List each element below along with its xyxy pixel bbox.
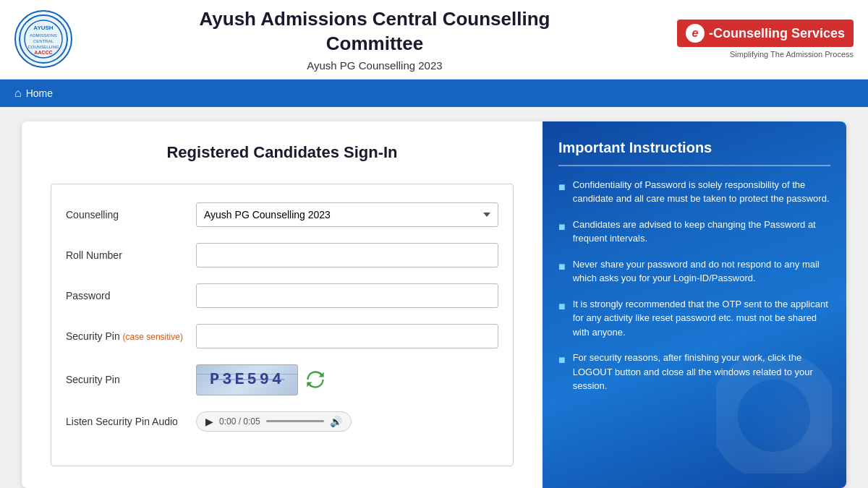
password-input[interactable]	[196, 283, 498, 308]
home-link[interactable]: ⌂ Home	[14, 87, 53, 100]
page-header: AYUSH ADMISSIONS CENTRAL COUNSELLING AAC…	[0, 0, 868, 80]
play-button[interactable]: ▶	[205, 416, 213, 427]
security-pin-input-label: Security Pin (case sensitive)	[66, 330, 196, 342]
instruction-text-3: Never share your password and do not res…	[573, 257, 830, 286]
counselling-select[interactable]: Ayush PG Counselling 2023	[196, 202, 498, 227]
password-label: Password	[66, 290, 196, 301]
instructions-divider	[558, 165, 830, 166]
instruction-text-1: Confidentiality of Password is solely re…	[573, 178, 830, 206]
svg-text:AYUSH: AYUSH	[33, 25, 53, 31]
ecounselling-label: -Counselling Services	[709, 26, 845, 41]
navbar: ⌂ Home	[0, 80, 868, 107]
logo-right: e -Counselling Services Simplifying The …	[677, 20, 854, 59]
instruction-text-4: It is strongly recommended that the OTP …	[573, 297, 830, 340]
instructions-list: ■ Confidentiality of Password is solely …	[558, 178, 830, 393]
site-subtitle: Ayush PG Counselling 2023	[72, 59, 677, 72]
captcha-image: P3E594	[196, 364, 298, 395]
roll-number-row: Roll Number	[66, 243, 498, 267]
listen-audio-row: Listen Security Pin Audio ▶ 0:00 / 0:05 …	[66, 411, 498, 432]
ecounselling-tagline: Simplifying The Admission Process	[730, 50, 854, 59]
case-sensitive-note: (case sensitive)	[123, 332, 183, 342]
bullet-1: ■	[558, 179, 566, 206]
svg-text:AACCC: AACCC	[34, 50, 52, 55]
audio-time: 0:00 / 0:05	[219, 416, 260, 427]
counselling-label: Counselling	[66, 209, 196, 221]
header-center: Ayush Admissions Central Counselling Com…	[72, 7, 677, 72]
captcha-container: P3E594	[196, 364, 326, 395]
refresh-icon	[305, 369, 326, 390]
bullet-4: ■	[558, 298, 566, 340]
svg-text:CENTRAL: CENTRAL	[33, 39, 54, 43]
counselling-row: Counselling Ayush PG Counselling 2023	[66, 202, 498, 227]
instruction-text-2: Candidates are advised to keep changing …	[573, 218, 830, 246]
instruction-item-2: ■ Candidates are advised to keep changin…	[558, 218, 830, 246]
bullet-2: ■	[558, 218, 566, 246]
home-label: Home	[26, 87, 53, 99]
instruction-item-1: ■ Confidentiality of Password is solely …	[558, 178, 830, 206]
bullet-5: ■	[558, 351, 566, 393]
security-pin-text-input[interactable]	[196, 324, 498, 348]
form-panel: Registered Candidates Sign-In Counsellin…	[22, 121, 542, 488]
main-content: Registered Candidates Sign-In Counsellin…	[0, 107, 868, 488]
security-pin-input-row: Security Pin (case sensitive)	[66, 324, 498, 348]
volume-icon: 🔊	[330, 416, 342, 427]
roll-number-label: Roll Number	[66, 249, 196, 261]
instruction-text-5: For security reasons, after finishing yo…	[573, 351, 830, 393]
content-card: Registered Candidates Sign-In Counsellin…	[22, 121, 846, 488]
site-title: Ayush Admissions Central Counselling Com…	[72, 7, 677, 56]
ecounselling-badge: e -Counselling Services	[677, 20, 854, 47]
password-row: Password	[66, 283, 498, 308]
audio-progress-bar[interactable]	[266, 420, 324, 422]
svg-text:COUNSELLING: COUNSELLING	[27, 45, 59, 49]
security-pin-captcha-label: Security Pin	[66, 374, 196, 385]
bullet-3: ■	[558, 258, 566, 286]
instruction-item-3: ■ Never share your password and do not r…	[558, 257, 830, 286]
svg-text:ADMISSIONS: ADMISSIONS	[30, 33, 57, 38]
instructions-panel: Important Instructions ■ Confidentiality…	[542, 121, 846, 488]
logo-left: AYUSH ADMISSIONS CENTRAL COUNSELLING AAC…	[14, 10, 72, 68]
roll-number-input[interactable]	[196, 243, 498, 267]
form-inner: Counselling Ayush PG Counselling 2023 Ro…	[51, 184, 514, 466]
form-title: Registered Candidates Sign-In	[51, 143, 514, 162]
listen-audio-label: Listen Security Pin Audio	[66, 416, 196, 427]
refresh-captcha-button[interactable]	[305, 369, 326, 390]
aaccc-logo: AYUSH ADMISSIONS CENTRAL COUNSELLING AAC…	[14, 10, 72, 68]
instruction-item-4: ■ It is strongly recommended that the OT…	[558, 297, 830, 340]
audio-player: ▶ 0:00 / 0:05 🔊	[196, 411, 352, 432]
security-pin-captcha-row: Security Pin P3E594	[66, 364, 498, 395]
home-icon: ⌂	[14, 87, 22, 100]
e-icon: e	[686, 24, 705, 43]
instructions-title: Important Instructions	[558, 140, 830, 156]
instruction-item-5: ■ For security reasons, after finishing …	[558, 351, 830, 393]
